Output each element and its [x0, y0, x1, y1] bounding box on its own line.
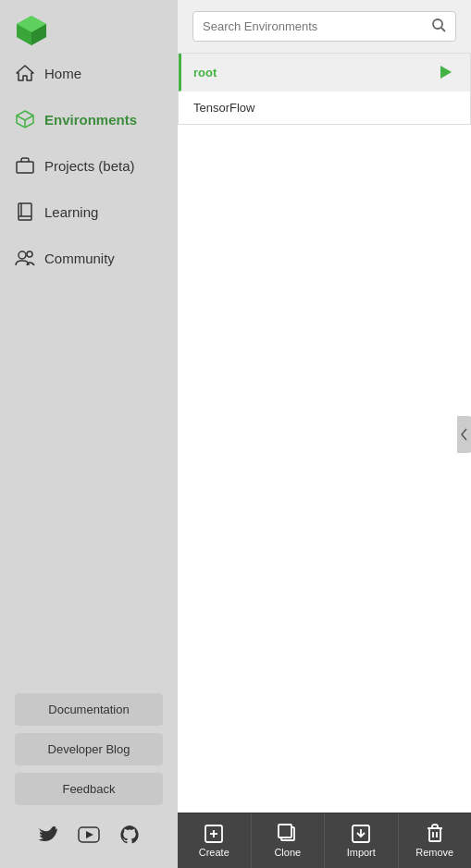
- youtube-icon[interactable]: [78, 824, 100, 846]
- svg-point-11: [19, 251, 26, 259]
- twitter-icon[interactable]: [37, 824, 59, 846]
- home-icon: [15, 63, 35, 83]
- sidebar-item-projects[interactable]: Projects (beta): [0, 142, 178, 189]
- anaconda-logo-icon: [15, 14, 33, 32]
- feedback-button[interactable]: Feedback: [15, 773, 163, 805]
- environments-list: root TensorFlow: [178, 53, 471, 125]
- create-environment-button[interactable]: Create: [178, 813, 252, 868]
- play-icon: [440, 66, 452, 79]
- svg-point-12: [27, 251, 32, 257]
- search-input[interactable]: [203, 19, 424, 33]
- sidebar-item-learning-label: Learning: [44, 204, 98, 220]
- sidebar-item-projects-label: Projects (beta): [44, 158, 135, 174]
- sidebar-item-home[interactable]: Home: [0, 50, 178, 96]
- sidebar-item-learning[interactable]: Learning: [0, 189, 178, 235]
- create-icon: [204, 824, 224, 844]
- sidebar-item-home-label: Home: [44, 66, 81, 81]
- sidebar: Home Environments Projects (beta): [0, 0, 178, 868]
- environment-item-tensorflow-label: TensorFlow: [193, 101, 254, 115]
- github-icon[interactable]: [118, 824, 141, 846]
- projects-icon: [15, 155, 35, 176]
- import-label: Import: [347, 847, 376, 858]
- svg-marker-14: [86, 831, 93, 838]
- svg-rect-25: [429, 828, 440, 841]
- environment-item-tensorflow[interactable]: TensorFlow: [179, 92, 470, 124]
- bottom-toolbar: Create Clone Import: [178, 813, 471, 868]
- svg-line-16: [441, 28, 445, 31]
- developer-blog-button[interactable]: Developer Blog: [15, 733, 163, 765]
- remove-label: Remove: [415, 847, 453, 858]
- sidebar-item-environments-label: Environments: [44, 112, 137, 128]
- app-logo: [0, 0, 178, 46]
- svg-rect-21: [279, 825, 291, 837]
- sidebar-bottom: Documentation Developer Blog Feedback: [0, 679, 178, 868]
- search-bar: [192, 11, 456, 42]
- remove-environment-button[interactable]: Remove: [399, 813, 472, 868]
- search-button[interactable]: [431, 18, 446, 35]
- import-icon: [351, 824, 371, 844]
- remove-icon: [425, 824, 445, 844]
- environment-item-root[interactable]: root: [179, 54, 470, 92]
- svg-point-15: [433, 19, 442, 29]
- clone-icon: [278, 824, 298, 844]
- run-root-button[interactable]: [437, 63, 455, 81]
- environment-item-root-label: root: [193, 66, 217, 79]
- search-container: [178, 0, 471, 53]
- collapse-panel-button[interactable]: [457, 416, 471, 453]
- sidebar-item-community-label: Community: [44, 251, 115, 266]
- main-content: root TensorFlow Create: [178, 0, 471, 868]
- environment-content-area: [178, 125, 471, 813]
- social-links: [15, 813, 163, 853]
- sidebar-item-community[interactable]: Community: [0, 235, 178, 281]
- svg-rect-7: [17, 162, 33, 173]
- import-environment-button[interactable]: Import: [325, 813, 399, 868]
- documentation-button[interactable]: Documentation: [15, 693, 163, 726]
- clone-environment-button[interactable]: Clone: [252, 813, 326, 868]
- svg-marker-4: [17, 66, 33, 80]
- clone-label: Clone: [274, 847, 301, 858]
- create-label: Create: [199, 847, 229, 858]
- sidebar-item-environments[interactable]: Environments: [0, 96, 178, 142]
- cube-icon: [15, 109, 35, 129]
- community-icon: [15, 248, 35, 268]
- svg-rect-8: [19, 203, 31, 220]
- book-icon: [15, 202, 35, 222]
- sidebar-nav: Home Environments Projects (beta): [0, 46, 178, 679]
